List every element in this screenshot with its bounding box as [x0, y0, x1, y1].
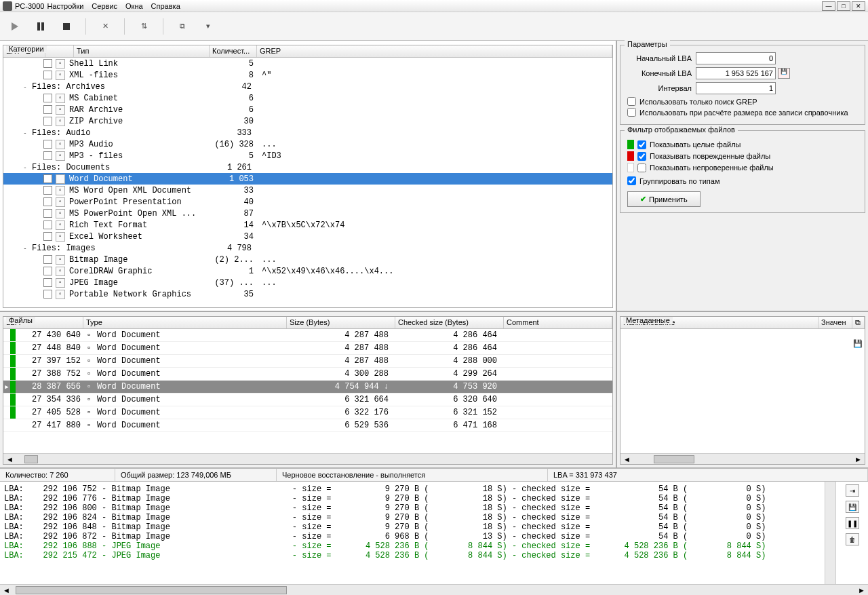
- use-grep-checkbox[interactable]: [627, 97, 636, 106]
- category-row[interactable]: ▫Word Document1 053: [3, 173, 612, 185]
- checkbox[interactable]: [43, 94, 52, 102]
- checkbox[interactable]: [43, 59, 52, 68]
- category-row[interactable]: ▫MP3 - files5^ID3: [3, 150, 612, 161]
- col-size[interactable]: Size (Bytes): [287, 317, 395, 328]
- expand-icon[interactable]: [33, 71, 41, 79]
- category-row[interactable]: ▫PowerPoint Presentation40: [3, 196, 612, 208]
- col-checked[interactable]: Checked size (Bytes): [395, 317, 504, 328]
- file-row[interactable]: ▶28 387 656▫Word Document4 754 944 ↓4 75…: [3, 381, 612, 394]
- file-row[interactable]: 27 430 640▫Word Document4 287 4884 286 4…: [3, 329, 612, 342]
- tools-button[interactable]: ✕: [98, 20, 112, 33]
- log-save-icon[interactable]: 💾: [846, 501, 859, 513]
- category-row[interactable]: ▫Excel Worksheet34: [3, 231, 612, 242]
- close-button[interactable]: ✕: [852, 1, 865, 11]
- log-pause-icon[interactable]: ❚❚: [846, 517, 859, 529]
- log-text[interactable]: LBA: 292 106 752 - Bitmap Image - size =…: [0, 482, 825, 584]
- log-export-icon[interactable]: ⇥: [846, 484, 859, 497]
- category-row[interactable]: ▫MS PowerPoint Open XML ...87: [3, 208, 612, 219]
- col-type[interactable]: Тип: [74, 45, 210, 57]
- menu-service[interactable]: Сервис: [92, 2, 117, 10]
- checkbox[interactable]: [43, 151, 52, 160]
- expand-icon[interactable]: [33, 267, 41, 275]
- expand-icon[interactable]: -: [21, 244, 29, 252]
- checkbox[interactable]: [43, 71, 52, 79]
- file-row[interactable]: 27 388 752▫Word Document4 300 2884 299 2…: [3, 368, 612, 381]
- log-clear-icon[interactable]: 🗑: [846, 533, 859, 545]
- copy-icon[interactable]: ⧉: [852, 317, 865, 328]
- show-unverified-checkbox[interactable]: [637, 164, 646, 172]
- expand-icon[interactable]: -: [21, 129, 29, 136]
- category-row[interactable]: ▫MS Cabinet6: [3, 92, 612, 104]
- checkbox[interactable]: [43, 140, 52, 149]
- expand-icon[interactable]: [33, 279, 41, 286]
- checkbox[interactable]: [43, 220, 52, 229]
- expand-icon[interactable]: [33, 290, 41, 298]
- category-row[interactable]: ▫Shell Link5: [3, 58, 612, 69]
- col-count[interactable]: Количест...: [210, 45, 257, 57]
- copy-button[interactable]: ⧉: [176, 20, 189, 33]
- disk-icon[interactable]: 💾: [778, 68, 790, 79]
- end-lba-input[interactable]: [696, 67, 776, 79]
- expand-icon[interactable]: -: [21, 164, 29, 171]
- meta-hscroll[interactable]: ◄►: [620, 453, 865, 464]
- use-catalog-checkbox[interactable]: [627, 108, 636, 117]
- expand-icon[interactable]: [33, 233, 41, 240]
- group-by-type-checkbox[interactable]: [627, 176, 636, 185]
- file-row[interactable]: 27 417 880▫Word Document6 529 5366 471 1…: [3, 419, 612, 432]
- checkbox[interactable]: [43, 174, 52, 183]
- checkbox[interactable]: [43, 105, 52, 114]
- expand-icon[interactable]: [33, 117, 41, 125]
- expand-icon[interactable]: [33, 106, 41, 113]
- checkbox[interactable]: [43, 197, 52, 206]
- category-row[interactable]: -Files: Archives42: [3, 81, 612, 92]
- category-row[interactable]: -Files: Documents1 261: [3, 161, 612, 173]
- checkbox[interactable]: [43, 117, 52, 126]
- show-damaged-checkbox[interactable]: [637, 152, 646, 161]
- category-row[interactable]: ▫JPEG Image(37) ......: [3, 277, 612, 288]
- files-hscroll[interactable]: ◄: [3, 453, 612, 464]
- category-row[interactable]: ▫RAR Archive6: [3, 104, 612, 115]
- expand-icon[interactable]: [33, 94, 41, 102]
- expand-icon[interactable]: [33, 152, 41, 159]
- expand-icon[interactable]: [33, 175, 41, 183]
- file-row[interactable]: 27 397 152▫Word Document4 287 4884 288 0…: [3, 355, 612, 368]
- checkbox[interactable]: [43, 267, 52, 275]
- category-row[interactable]: ▫XML -files8^": [3, 69, 612, 81]
- expand-icon[interactable]: [33, 140, 41, 148]
- start-lba-input[interactable]: [696, 52, 776, 64]
- checkbox[interactable]: [43, 232, 52, 241]
- col-value[interactable]: Значен: [818, 317, 852, 328]
- maximize-button[interactable]: □: [837, 1, 850, 11]
- category-row[interactable]: ▫Bitmap Image(2) 2......: [3, 254, 612, 265]
- log-vscroll[interactable]: [825, 482, 835, 584]
- category-row[interactable]: ▫CorelDRAW Graphic1^\x52\x49\x46\x46....…: [3, 265, 612, 277]
- save-icon[interactable]: 💾: [853, 339, 863, 348]
- file-row[interactable]: 27 448 840▫Word Document4 287 4884 286 4…: [3, 342, 612, 355]
- play-button[interactable]: [8, 20, 22, 33]
- interval-input[interactable]: [696, 82, 776, 94]
- expand-icon[interactable]: [33, 256, 41, 263]
- categories-body[interactable]: ▫Shell Link5 ▫XML -files8^"-Files: Archi…: [3, 58, 612, 307]
- pause-button[interactable]: [34, 20, 47, 33]
- menu-settings[interactable]: Настройки: [47, 2, 83, 10]
- checkbox[interactable]: [43, 255, 52, 264]
- expand-icon[interactable]: [33, 210, 41, 217]
- checkbox[interactable]: [43, 290, 52, 299]
- col-comment[interactable]: Comment: [504, 317, 612, 328]
- expand-icon[interactable]: [33, 198, 41, 206]
- menu-windows[interactable]: Окна: [125, 2, 143, 10]
- category-row[interactable]: ▫Rich Text Format14^\x7B\x5C\x72\x74: [3, 219, 612, 231]
- col-grep[interactable]: GREP: [257, 45, 612, 57]
- category-row[interactable]: ▫Portable Network Graphics35: [3, 288, 612, 300]
- checkbox[interactable]: [43, 186, 52, 195]
- checkbox[interactable]: [43, 278, 52, 287]
- expand-icon[interactable]: [33, 60, 41, 67]
- expand-icon[interactable]: [33, 221, 41, 229]
- category-row[interactable]: ▫MP3 Audio(16) 328...: [3, 138, 612, 150]
- category-row[interactable]: -Files: Images4 798: [3, 242, 612, 254]
- sort-button[interactable]: ⇅: [137, 20, 151, 33]
- category-row[interactable]: ▫MS Word Open XML Document33: [3, 185, 612, 196]
- log-hscroll[interactable]: ◄►: [0, 584, 868, 595]
- category-row[interactable]: ▫ZIP Archive30: [3, 115, 612, 127]
- file-row[interactable]: 27 405 528▫Word Document6 322 1766 321 1…: [3, 406, 612, 419]
